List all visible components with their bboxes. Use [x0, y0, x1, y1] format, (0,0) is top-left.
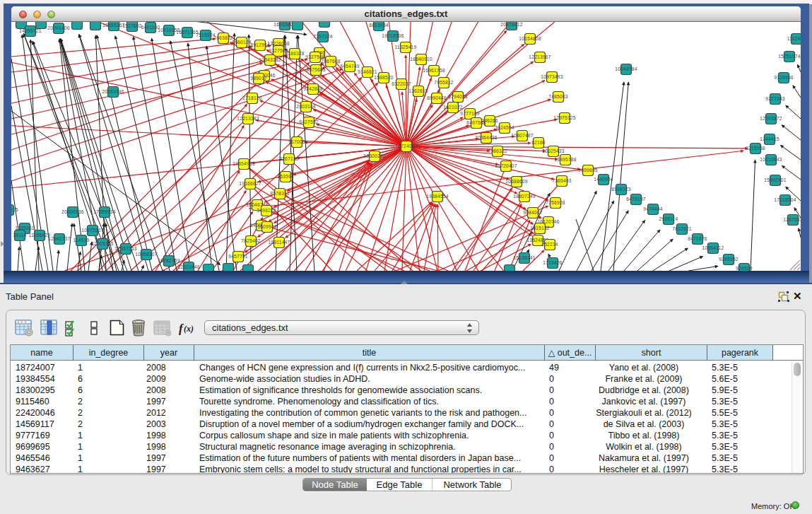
svg-text:10958107: 10958107 — [135, 252, 157, 257]
svg-text:3498222: 3498222 — [257, 208, 276, 213]
svg-text:1621022: 1621022 — [443, 105, 463, 110]
svg-text:18640910: 18640910 — [410, 57, 432, 62]
svg-text:1112480: 1112480 — [787, 36, 801, 41]
svg-text:9084067: 9084067 — [523, 210, 543, 215]
svg-text:10807487: 10807487 — [511, 133, 533, 138]
svg-text:16671365: 16671365 — [176, 30, 198, 35]
svg-text:15720407: 15720407 — [495, 163, 517, 168]
svg-text:10975867: 10975867 — [81, 228, 103, 233]
svg-text:252214: 252214 — [541, 242, 558, 247]
svg-text:15136141: 15136141 — [513, 255, 535, 260]
svg-text:12942737: 12942737 — [48, 236, 70, 241]
svg-text:1609948: 1609948 — [257, 224, 277, 229]
svg-text:1267533: 1267533 — [783, 217, 801, 222]
svg-text:3624554: 3624554 — [495, 125, 514, 130]
svg-text:1244415: 1244415 — [760, 136, 779, 141]
svg-text:917006: 917006 — [288, 139, 305, 144]
svg-text:62160: 62160 — [531, 140, 546, 145]
svg-text:9245052: 9245052 — [719, 257, 739, 262]
svg-text:1527602: 1527602 — [122, 23, 142, 28]
svg-text:6322037: 6322037 — [392, 81, 411, 86]
svg-text:7663822: 7663822 — [213, 35, 233, 40]
svg-text:8990448: 8990448 — [427, 95, 447, 100]
svg-text:1733426: 1733426 — [543, 260, 563, 265]
svg-text:16782759: 16782759 — [158, 258, 180, 263]
svg-text:11325419: 11325419 — [395, 45, 417, 49]
svg-text:114519: 114519 — [73, 238, 89, 243]
svg-text:16961758: 16961758 — [423, 68, 445, 73]
svg-text:20876612: 20876612 — [500, 22, 522, 27]
svg-text:1440954: 1440954 — [594, 177, 613, 182]
svg-text:8186328: 8186328 — [285, 51, 305, 56]
svg-text:7365493: 7365493 — [552, 178, 572, 183]
svg-text:2935114: 2935114 — [659, 216, 678, 221]
svg-text:10154808: 10154808 — [519, 36, 541, 41]
svg-text:7756928: 7756928 — [546, 200, 565, 205]
svg-text:20053346: 20053346 — [102, 89, 124, 94]
svg-text:7986322: 7986322 — [488, 148, 507, 153]
svg-text:12505135: 12505135 — [91, 241, 113, 246]
svg-text:20364436: 20364436 — [475, 135, 497, 140]
svg-text:18807249: 18807249 — [513, 194, 535, 199]
svg-text:8471876: 8471876 — [688, 236, 707, 241]
svg-text:39114: 39114 — [13, 233, 26, 238]
svg-text:1615132: 1615132 — [530, 226, 550, 230]
svg-text:9474444: 9474444 — [643, 206, 663, 211]
svg-text:9146821: 9146821 — [358, 69, 377, 74]
svg-text:12213967: 12213967 — [529, 54, 551, 59]
svg-text:18724007: 18724007 — [395, 144, 417, 148]
svg-text:10543382: 10543382 — [259, 57, 281, 62]
svg-text:10973493: 10973493 — [541, 74, 563, 79]
svg-text:7625402: 7625402 — [241, 238, 261, 243]
svg-text:9242848: 9242848 — [303, 86, 323, 91]
svg-text:11156829: 11156829 — [29, 233, 50, 238]
svg-text:8454749: 8454749 — [340, 64, 360, 69]
svg-text:12323448: 12323448 — [177, 264, 199, 269]
svg-text:1588520: 1588520 — [374, 75, 394, 80]
svg-text:8427552: 8427552 — [299, 119, 319, 124]
svg-text:19384554: 19384554 — [426, 194, 448, 199]
svg-text:10654112: 10654112 — [702, 245, 724, 250]
svg-text:3267130: 3267130 — [279, 156, 299, 161]
svg-text:19218506: 19218506 — [382, 33, 404, 38]
svg-text:7955812: 7955812 — [434, 80, 454, 85]
svg-text:8938923: 8938923 — [611, 187, 631, 192]
svg-text:7515524: 7515524 — [196, 33, 216, 37]
svg-text:10688609: 10688609 — [505, 179, 527, 184]
svg-text:19166827: 19166827 — [239, 181, 261, 186]
svg-text:8215958: 8215958 — [746, 146, 765, 151]
svg-text:15751074: 15751074 — [778, 54, 800, 59]
svg-text:2803144: 2803144 — [296, 104, 316, 109]
svg-text:10655267: 10655267 — [102, 23, 124, 28]
svg-text:9457791: 9457791 — [228, 254, 248, 259]
svg-text:17957253: 17957253 — [114, 246, 136, 251]
svg-text:12213383: 12213383 — [237, 116, 259, 121]
svg-text:2867608: 2867608 — [321, 59, 341, 64]
svg-text:19654933: 19654933 — [233, 161, 254, 166]
svg-text:17016504: 17016504 — [774, 197, 796, 202]
svg-text:9777169: 9777169 — [460, 111, 480, 116]
svg-text:1362615: 1362615 — [408, 88, 428, 93]
svg-text:6479197: 6479197 — [626, 197, 646, 201]
svg-text:13495788: 13495788 — [554, 157, 576, 162]
svg-text:16911447: 16911447 — [269, 240, 290, 245]
svg-text:9227343: 9227343 — [765, 96, 785, 101]
svg-text:(x): (x) — [184, 324, 194, 334]
svg-text:7485063: 7485063 — [548, 94, 568, 99]
svg-text:6497568: 6497568 — [466, 120, 486, 125]
svg-text:8660124: 8660124 — [232, 40, 252, 45]
svg-text:8578331: 8578331 — [270, 191, 290, 196]
svg-text:10210643: 10210643 — [760, 157, 782, 162]
svg-text:6794028: 6794028 — [448, 94, 468, 99]
svg-text:3675685: 3675685 — [306, 67, 326, 72]
svg-text:9129966: 9129966 — [774, 75, 794, 80]
svg-text:7632621: 7632621 — [672, 226, 692, 231]
svg-text:10025433: 10025433 — [542, 148, 564, 153]
svg-text:10648784: 10648784 — [615, 66, 637, 71]
svg-text:2616915: 2616915 — [11, 207, 18, 212]
svg-text:7357224: 7357224 — [313, 34, 333, 39]
svg-text:20991406: 20991406 — [47, 25, 69, 30]
svg-text:18300295: 18300295 — [363, 153, 385, 158]
svg-text:17359934: 17359934 — [93, 209, 115, 214]
svg-text:2718126: 2718126 — [242, 95, 262, 100]
